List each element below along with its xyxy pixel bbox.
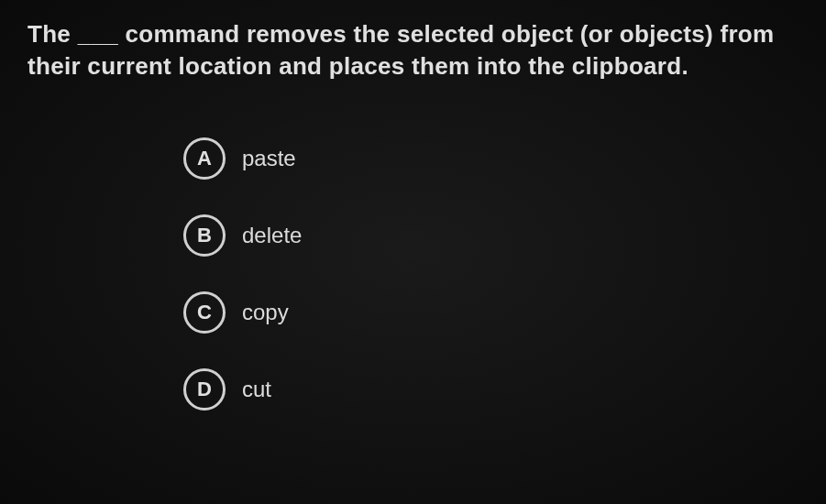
option-label-c: copy — [242, 300, 289, 325]
options-list: A paste B delete C copy D cut — [28, 137, 798, 411]
option-a[interactable]: A paste — [183, 137, 798, 180]
option-label-a: paste — [242, 146, 296, 171]
option-letter-c: C — [183, 291, 226, 334]
option-b[interactable]: B delete — [183, 214, 798, 257]
option-label-b: delete — [242, 223, 302, 248]
option-d[interactable]: D cut — [183, 368, 798, 411]
question-text: The ___ command removes the selected obj… — [28, 18, 798, 82]
option-label-d: cut — [242, 377, 271, 402]
option-letter-d: D — [183, 368, 226, 411]
option-letter-a: A — [183, 137, 226, 180]
option-c[interactable]: C copy — [183, 291, 798, 334]
option-letter-b: B — [183, 214, 226, 257]
